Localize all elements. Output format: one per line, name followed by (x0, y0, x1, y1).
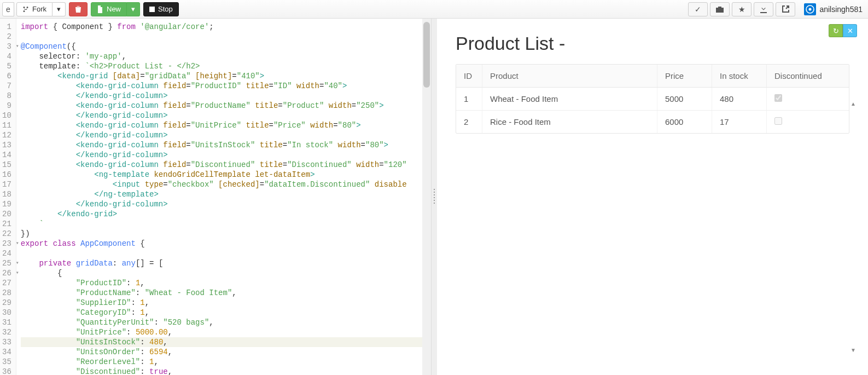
user-name: anilsingh581 (819, 5, 863, 14)
caret-left-icon: e (6, 5, 10, 14)
close-preview-button[interactable]: ✕ (843, 24, 857, 37)
code-editor[interactable]: 1234567891011121314151617181920212223242… (0, 19, 431, 375)
delete-button[interactable] (69, 2, 88, 16)
menu-caret-left[interactable]: e (2, 2, 14, 16)
caret-down-icon: ▾ (57, 5, 61, 13)
star-button[interactable]: ★ (732, 2, 752, 16)
grid-header-product[interactable]: Product (482, 65, 657, 87)
splitter-grip-icon (434, 189, 435, 205)
editor-code[interactable]: import { Component } from '@angular/core… (16, 19, 431, 375)
briefcase-icon (716, 6, 724, 13)
table-row[interactable]: 1Wheat - Food Item5000480 (456, 88, 849, 111)
file-icon (97, 5, 103, 13)
preview-title: Product List - (456, 33, 849, 54)
cell-price: 6000 (657, 111, 712, 133)
preview-float-tools: ↻ ✕ (829, 24, 857, 37)
cell-product: Rice - Food Item (482, 111, 657, 133)
fork-caret-button[interactable]: ▾ (53, 2, 66, 16)
editor-gutter: 1234567891011121314151617181920212223242… (0, 19, 16, 375)
avatar-icon (804, 3, 816, 15)
user-menu[interactable]: anilsingh581 (801, 3, 866, 15)
top-toolbar: e Fork ▾ New ▾ Stop (0, 0, 868, 19)
cell-stock: 480 (712, 88, 767, 110)
new-caret-button[interactable]: ▾ (127, 2, 140, 16)
discontinued-checkbox (774, 117, 782, 125)
main-split: 1234567891011121314151617181920212223242… (0, 19, 868, 375)
download-button[interactable] (754, 2, 773, 16)
caret-down-icon: ▾ (131, 5, 135, 13)
fork-label: Fork (32, 5, 46, 13)
cell-stock: 17 (712, 111, 767, 133)
grid-header-disc[interactable]: Discontinued (767, 65, 849, 87)
editor-scrollbar[interactable] (422, 19, 431, 375)
grid-header-id[interactable]: ID (456, 65, 482, 87)
stop-label: Stop (158, 5, 173, 13)
table-row[interactable]: 2Rice - Food Item600017 (456, 111, 849, 133)
external-button[interactable] (776, 2, 795, 16)
star-icon: ★ (738, 5, 745, 14)
download-icon (760, 5, 767, 13)
fork-button[interactable]: Fork (16, 2, 53, 16)
check-button[interactable]: ✓ (688, 2, 708, 16)
pane-splitter[interactable] (432, 19, 437, 375)
new-button[interactable]: New (91, 2, 127, 16)
stop-icon (149, 7, 155, 12)
cell-product: Wheat - Food Item (482, 88, 657, 110)
new-label: New (107, 5, 121, 13)
scroll-down-icon[interactable]: ▼ (850, 347, 856, 353)
svg-rect-0 (149, 7, 155, 12)
cell-id: 1 (456, 88, 482, 110)
refresh-icon: ↻ (833, 27, 839, 35)
discontinued-checkbox (774, 94, 782, 102)
data-grid: ID Product Price In stock Discontinued 1… (456, 64, 849, 134)
cell-price: 5000 (657, 88, 712, 110)
grid-header-price[interactable]: Price (657, 65, 712, 87)
preview-content: Product List - ID Product Price In stock… (437, 19, 868, 148)
trash-icon (75, 5, 81, 13)
scroll-up-icon[interactable]: ▲ (850, 101, 856, 107)
fork-icon (22, 5, 29, 13)
preview-pane: ↻ ✕ Product List - ID Product Price In s… (437, 19, 868, 375)
external-link-icon (782, 5, 789, 13)
stop-button[interactable]: Stop (143, 2, 179, 16)
refresh-preview-button[interactable]: ↻ (829, 24, 843, 37)
new-button-group: New ▾ (91, 2, 140, 16)
briefcase-button[interactable] (710, 2, 730, 16)
editor-pane: 1234567891011121314151617181920212223242… (0, 19, 432, 375)
close-icon: ✕ (847, 27, 853, 35)
scrollbar-thumb[interactable] (423, 22, 430, 88)
grid-header-row: ID Product Price In stock Discontinued (456, 65, 849, 88)
svg-point-2 (809, 8, 812, 10)
cell-disc (767, 111, 849, 133)
grid-body: 1Wheat - Food Item50004802Rice - Food It… (456, 88, 849, 133)
grid-header-stock[interactable]: In stock (712, 65, 767, 87)
cell-disc (767, 88, 849, 110)
check-icon: ✓ (695, 5, 701, 14)
cell-id: 2 (456, 111, 482, 133)
fork-button-group: Fork ▾ (16, 2, 66, 16)
